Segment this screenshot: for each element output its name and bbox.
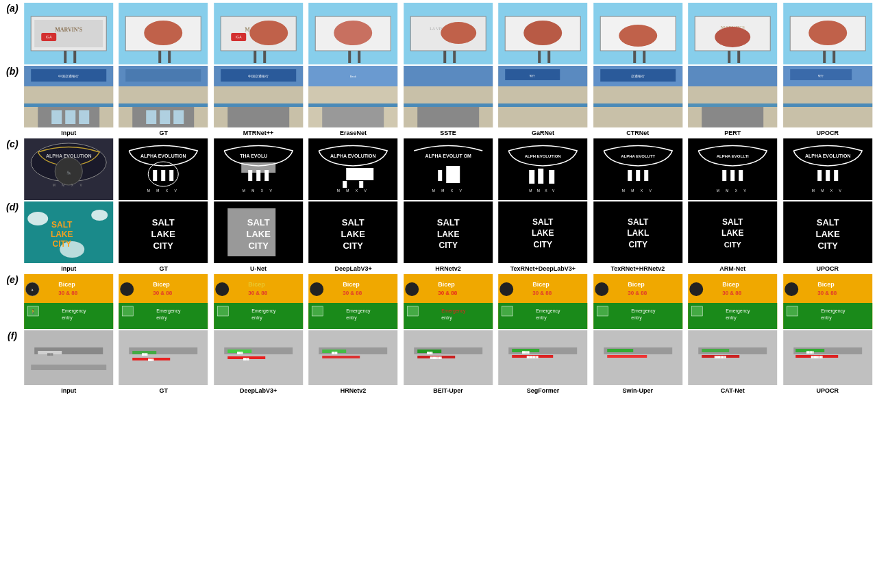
row-e-img-5: Bicep 30 & 88 Emergency entry — [402, 274, 495, 329]
svg-text:CITY: CITY — [343, 241, 364, 251]
row-c-section: (c) ALPHA EVOLUTION 🦍 M M X V — [3, 138, 874, 200]
svg-text:SALT: SALT — [436, 217, 459, 228]
row-a-img-4 — [306, 3, 399, 64]
svg-rect-53 — [832, 51, 835, 63]
svg-rect-71 — [160, 110, 171, 124]
svg-text:M M X V: M M X V — [337, 188, 369, 193]
svg-text:█████: █████ — [522, 351, 530, 354]
row-f-img-5: ████ ████████ — [402, 330, 495, 385]
svg-text:IGA: IGA — [46, 35, 52, 39]
row-c-label: (c) — [3, 138, 22, 149]
row-b-img-7: 交通银行 — [591, 66, 684, 127]
row-d-label: (d) — [3, 201, 22, 212]
svg-point-51 — [808, 21, 847, 45]
svg-text:Emergency: Emergency — [536, 308, 560, 314]
svg-rect-144 — [454, 170, 458, 181]
svg-point-10 — [145, 21, 183, 45]
svg-rect-287 — [31, 365, 106, 370]
row-d-img-5: SALT LAKE CITY — [402, 201, 495, 263]
svg-text:LAKE: LAKE — [51, 230, 73, 239]
svg-point-246 — [405, 282, 419, 296]
svg-text:████: ████ — [142, 353, 148, 356]
row-c-img-8: ALPHA EVOLLTI M M X V — [686, 138, 779, 200]
svg-text:Emergency: Emergency — [441, 308, 466, 314]
row-c-images: ALPHA EVOLUTION 🦍 M M X V ALPHA EVOLUTIO… — [22, 138, 874, 200]
svg-text:entry: entry — [347, 315, 358, 321]
row-c-img-6: ALPH EVOLUTION M M X V — [496, 138, 589, 200]
svg-text:████: ████ — [332, 352, 338, 354]
svg-rect-79 — [227, 107, 289, 127]
row-a-img-6 — [496, 3, 589, 64]
label-hrnetv2-2: HRNetv2 — [306, 387, 399, 395]
row-b-img-8 — [686, 66, 779, 127]
svg-rect-137 — [343, 181, 347, 188]
svg-text:Bicep: Bicep — [343, 281, 360, 288]
svg-rect-67 — [126, 69, 201, 82]
svg-text:30 & 88: 30 & 88 — [817, 290, 837, 296]
svg-text:M M X V: M M X V — [621, 188, 654, 193]
svg-rect-96 — [498, 103, 587, 107]
svg-rect-102 — [593, 103, 682, 107]
svg-text:Bicep: Bicep — [628, 281, 645, 288]
row-b-img-5 — [402, 66, 495, 127]
svg-rect-131 — [256, 170, 260, 181]
svg-rect-52 — [823, 51, 826, 63]
svg-rect-59 — [24, 103, 113, 107]
svg-text:30 & 88: 30 & 88 — [343, 290, 363, 296]
svg-rect-35 — [538, 51, 541, 63]
row-e-img-6: Bicep 30 & 88 Emergency entry — [496, 274, 589, 329]
svg-rect-85 — [323, 107, 384, 127]
svg-rect-155 — [636, 170, 640, 181]
svg-point-254 — [499, 282, 513, 296]
svg-text:Bicep: Bicep — [58, 281, 75, 288]
row-b-img-3: 中国交通银行 — [212, 66, 305, 127]
row-a-img-3: MARVIN'S IGA — [212, 3, 305, 64]
row-b-img-6: 银行 — [496, 66, 589, 127]
svg-text:Emergency: Emergency — [62, 308, 86, 314]
svg-rect-148 — [529, 170, 534, 184]
svg-text:SALT: SALT — [247, 217, 270, 228]
labels-2: Input GT U-Net DeepLabV3+ HRNetv2 TexRNe… — [22, 265, 874, 273]
label-garnet: GaRNet — [496, 129, 589, 137]
svg-rect-107 — [702, 107, 763, 127]
row-b-img-9: 银行 — [781, 66, 874, 127]
svg-text:████: ████ — [47, 353, 53, 356]
label-row-1: Input GT MTRNet++ EraseNet SSTE GaRNet C… — [3, 129, 874, 137]
svg-text:Bicep: Bicep — [532, 281, 549, 288]
svg-text:30 & 88: 30 & 88 — [58, 290, 78, 296]
row-e-img-1: ✈ Bicep 30 & 88 🚶 Emergency entry — [22, 274, 115, 329]
svg-text:█████: █████ — [806, 351, 814, 354]
svg-text:Emergency: Emergency — [631, 308, 656, 314]
svg-text:████: ████ — [243, 358, 249, 360]
svg-text:🚶: 🚶 — [30, 308, 36, 315]
svg-rect-24 — [349, 51, 351, 63]
row-e-img-9: Bicep 30 & 88 Emergency entry — [781, 274, 874, 329]
svg-text:ALPH  EVOLUTION: ALPH EVOLUTION — [525, 154, 561, 158]
row-f-img-6: █████ ████████ — [496, 330, 589, 385]
svg-text:Bicep: Bicep — [722, 281, 739, 288]
svg-rect-284 — [24, 330, 113, 385]
svg-text:IGA: IGA — [236, 35, 242, 39]
svg-text:30 & 88: 30 & 88 — [438, 290, 458, 296]
svg-rect-62 — [65, 110, 75, 124]
svg-rect-225 — [123, 306, 134, 316]
svg-text:MARVIN'S: MARVIN'S — [55, 27, 83, 33]
svg-text:CITY: CITY — [153, 241, 174, 251]
label-pert: PERT — [686, 129, 779, 137]
label-catnet: CAT-Net — [686, 387, 779, 395]
svg-rect-241 — [312, 306, 323, 316]
svg-point-172 — [91, 210, 108, 221]
label-texrnet-deep: TexRNet+DeepLabV3+ — [496, 265, 589, 273]
row-d-img-1: SALT LAKE CITY — [22, 201, 115, 263]
svg-rect-19 — [254, 51, 256, 63]
svg-rect-48 — [737, 51, 740, 63]
svg-rect-31 — [453, 51, 456, 63]
svg-text:████: ████ — [148, 358, 154, 361]
svg-text:ALPHA EVOLUTION: ALPHA EVOLUTION — [140, 154, 186, 158]
svg-rect-167 — [826, 170, 830, 181]
row-a-images: MARVIN'S IGA — [22, 3, 874, 64]
label-upocr-3: UPOCR — [781, 387, 874, 395]
row-c-img-5: ALPHA EVOLUT OM M M X V — [402, 138, 495, 200]
svg-text:CITY: CITY — [248, 241, 269, 251]
row-f-img-1: ████ — [22, 330, 115, 385]
